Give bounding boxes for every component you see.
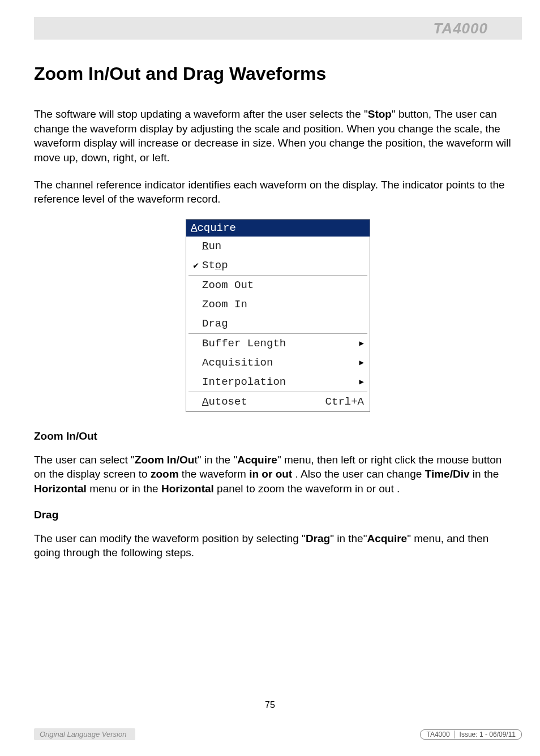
- text: The user can modify the waveform positio…: [34, 532, 306, 544]
- menu-item-autoset[interactable]: Autoset Ctrl+A: [186, 392, 370, 411]
- check-icon: ✔: [190, 260, 202, 271]
- menu-label: Run: [202, 240, 364, 252]
- paragraph-zoom: The user can select "Zoom In/Out" in the…: [34, 453, 515, 496]
- submenu-arrow-icon: ▶: [359, 377, 364, 386]
- menu-title: Acquire: [186, 220, 370, 237]
- menu-label: Autoset: [202, 396, 325, 408]
- bold-stop: Stop: [368, 108, 392, 120]
- text: the waveform: [179, 468, 250, 480]
- menu-item-buffer-length[interactable]: Buffer Length ▶: [186, 334, 370, 353]
- mnemonic: R: [202, 240, 208, 252]
- menu-label: Stop: [202, 259, 364, 272]
- page-title: Zoom In/Out and Drag Waveforms: [34, 63, 522, 84]
- bold: Horizontal: [34, 483, 87, 495]
- bold: Time/Div: [425, 468, 470, 480]
- menu-item-stop[interactable]: ✔ Stop: [186, 256, 370, 275]
- header-band: TA4000: [34, 17, 522, 40]
- paragraph-1: The software will stop updating a wavefo…: [34, 107, 515, 165]
- section-heading-zoom: Zoom In/Out: [34, 430, 522, 443]
- menu-shortcut: Ctrl+A: [325, 396, 364, 408]
- menu-item-acquisition[interactable]: Acquisition ▶: [186, 353, 370, 372]
- menu-label: Drag: [202, 317, 364, 330]
- menu-item-interpolation[interactable]: Interpolation ▶: [186, 372, 370, 392]
- text: St: [202, 259, 215, 272]
- document-page: TA4000 Zoom In/Out and Drag Waveforms Th…: [0, 0, 540, 756]
- menu-label: Buffer Length: [202, 337, 359, 350]
- paragraph-2: The channel reference indicator identifi…: [34, 178, 515, 207]
- mnemonic: o: [215, 259, 221, 272]
- footer-right-badge: TA4000 Issue: 1 - 06/09/11: [420, 729, 522, 740]
- bold: Acquire: [237, 454, 277, 466]
- footer-model: TA4000: [426, 731, 449, 738]
- bold: Acquire: [367, 532, 407, 544]
- bold: zoom: [151, 468, 179, 480]
- menu-label: Acquisition: [202, 356, 359, 369]
- menu-item-run[interactable]: Run: [186, 237, 370, 256]
- text: p: [221, 259, 228, 272]
- menu-screenshot: Acquire Run ✔ Stop Zoom Out Zoom In Drag: [34, 219, 522, 412]
- acquire-menu: Acquire Run ✔ Stop Zoom Out Zoom In Drag: [186, 219, 370, 412]
- page-number: 75: [0, 700, 540, 710]
- footer-row: Original Language Version TA4000 Issue: …: [0, 728, 540, 740]
- paragraph-drag: The user can modify the waveform positio…: [34, 531, 515, 560]
- footer-issue: Issue: 1 - 06/09/11: [460, 731, 516, 738]
- mnemonic: A: [191, 222, 197, 234]
- menu-item-drag[interactable]: Drag: [186, 314, 370, 333]
- text: utoset: [208, 396, 247, 408]
- bold: in or out: [249, 468, 292, 480]
- text: cquire: [197, 222, 235, 234]
- product-name: TA4000: [433, 20, 488, 37]
- text: The software will stop updating a wavefo…: [34, 108, 368, 120]
- menu-label: Interpolation: [202, 376, 359, 388]
- page-footer: 75 Original Language Version TA4000 Issu…: [0, 700, 540, 740]
- text: t" in the ": [194, 454, 237, 466]
- text: in the: [470, 468, 499, 480]
- bold: Drag: [306, 532, 330, 544]
- text: menu or in the: [87, 483, 161, 495]
- submenu-arrow-icon: ▶: [359, 358, 364, 367]
- text: panel to zoom the waveform in or out .: [214, 483, 400, 495]
- bold: Horizontal: [161, 483, 214, 495]
- footer-left-badge: Original Language Version: [34, 728, 135, 740]
- menu-label: Zoom In: [202, 298, 364, 311]
- submenu-arrow-icon: ▶: [359, 338, 364, 348]
- text: The user can select ": [34, 454, 135, 466]
- mnemonic: A: [202, 396, 208, 408]
- text: un: [208, 240, 221, 252]
- menu-item-zoom-in[interactable]: Zoom In: [186, 295, 370, 314]
- text: " in the": [330, 532, 367, 544]
- section-heading-drag: Drag: [34, 509, 522, 521]
- bold: Zoom In/Ou: [135, 454, 195, 466]
- divider: [455, 731, 455, 738]
- menu-item-zoom-out[interactable]: Zoom Out: [186, 276, 370, 295]
- text: . Also the user can change: [292, 468, 425, 480]
- menu-label: Zoom Out: [202, 279, 364, 291]
